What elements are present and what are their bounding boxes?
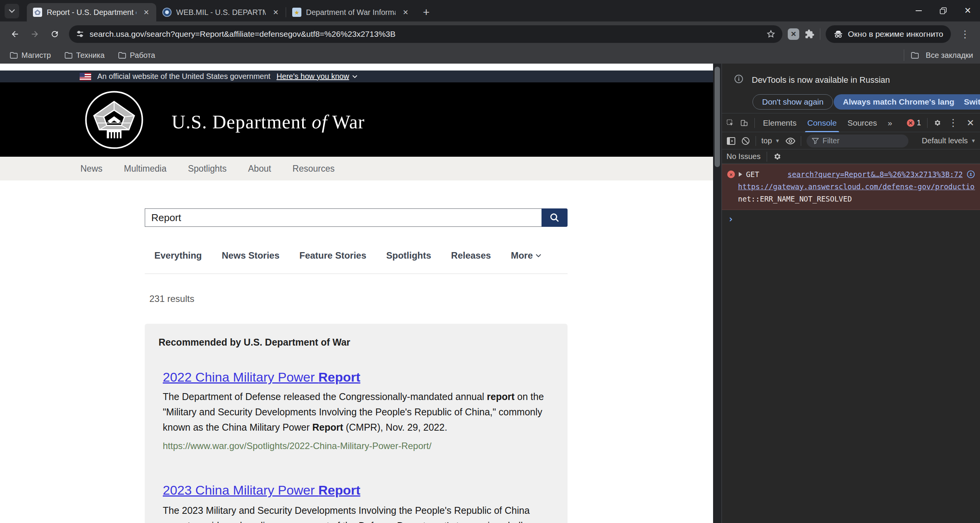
- devtools-tab-elements[interactable]: Elements: [761, 114, 799, 132]
- forward-button[interactable]: [26, 25, 44, 43]
- tab-close-icon[interactable]: ×: [141, 7, 152, 18]
- bookmark-label: Работа: [130, 51, 155, 60]
- chevron-down-icon: [352, 75, 357, 78]
- devtools-tab-sources[interactable]: Sources: [845, 114, 879, 132]
- bookmark-folder-tehnika[interactable]: Техника: [65, 51, 105, 60]
- more-tabs-icon[interactable]: »: [885, 114, 895, 132]
- restore-button[interactable]: [931, 0, 955, 21]
- toolbar-separator: [756, 136, 756, 146]
- settings-gear-icon[interactable]: [934, 118, 941, 128]
- bookmark-folder-magistr[interactable]: Магистр: [10, 51, 51, 60]
- devtools-close-icon[interactable]: ✕: [965, 118, 976, 128]
- expand-triangle-icon[interactable]: [739, 172, 742, 177]
- bookmarks-bar: Магистр Техника Работа Все закладки: [0, 47, 980, 64]
- dont-show-again-button[interactable]: Don't show again: [753, 94, 833, 110]
- clear-console-icon[interactable]: [741, 136, 750, 146]
- filter-feature-stories[interactable]: Feature Stories: [299, 250, 366, 261]
- all-bookmarks[interactable]: Все закладки: [904, 49, 973, 61]
- result-url-2022[interactable]: https://www.war.gov/Spotlights/2022-Chin…: [163, 441, 432, 451]
- switch-language-button[interactable]: Switch D: [955, 94, 980, 110]
- bookmark-label: Магистр: [21, 51, 51, 60]
- filter-releases[interactable]: Releases: [451, 250, 491, 261]
- filter-everything[interactable]: Everything: [154, 250, 202, 261]
- console-sidebar-icon[interactable]: [726, 136, 736, 146]
- issues-gear-icon[interactable]: [773, 152, 782, 161]
- site-settings-icon[interactable]: [76, 30, 84, 38]
- devtools-menu-icon[interactable]: ⋮: [947, 117, 959, 129]
- scrollbar-thumb[interactable]: [715, 67, 720, 167]
- log-levels-selector[interactable]: Default levels ▼: [922, 136, 976, 145]
- bookmark-folder-rabota[interactable]: Работа: [118, 51, 155, 60]
- nav-resources[interactable]: Resources: [293, 164, 335, 174]
- tab-search-button[interactable]: [5, 4, 19, 18]
- nav-spotlights[interactable]: Spotlights: [188, 164, 227, 174]
- nav-about[interactable]: About: [248, 164, 271, 174]
- pentagon-logo[interactable]: [83, 89, 145, 151]
- result-title-2022[interactable]: 2022 China Military Power Report: [163, 370, 360, 385]
- devtools-main-toolbar: Elements Console Sources » ✕ 1 ⋮ ✕: [722, 114, 980, 132]
- console-prompt[interactable]: ›: [728, 214, 733, 225]
- tab-webmil[interactable]: WEB.MIL - U.S. DEPARTMENT O ×: [156, 3, 286, 21]
- request-initiator-icon[interactable]: [967, 170, 975, 179]
- tab-close-icon[interactable]: ×: [400, 7, 411, 18]
- console-filter-input[interactable]: [823, 136, 892, 145]
- search-input[interactable]: [145, 208, 542, 227]
- extension-x-icon[interactable]: ✕: [788, 28, 799, 40]
- back-button[interactable]: [6, 25, 24, 43]
- inspect-element-icon[interactable]: [726, 118, 734, 128]
- tab-report[interactable]: Report - U.S. Department of Wa ×: [27, 3, 156, 21]
- caret-down-icon: ▼: [775, 138, 780, 144]
- device-toolbar-icon[interactable]: [740, 118, 748, 128]
- close-window-button[interactable]: ✕: [955, 0, 980, 21]
- browser-menu-icon[interactable]: ⋮: [956, 28, 974, 40]
- filter-spotlights[interactable]: Spotlights: [386, 250, 431, 261]
- tab-close-icon[interactable]: ×: [270, 7, 281, 18]
- reload-button[interactable]: [46, 25, 64, 43]
- pentagon-favicon: [33, 8, 42, 17]
- console-toolbar: top ▼ Default levels ▼: [722, 133, 980, 149]
- result-filter-tabs: Everything News Stories Feature Stories …: [154, 250, 541, 261]
- recommended-card: Recommended by U.S. Department of War 20…: [145, 324, 568, 523]
- filter-news-stories[interactable]: News Stories: [222, 250, 280, 261]
- extensions-puzzle-icon[interactable]: [805, 29, 815, 39]
- context-selector[interactable]: top ▼: [761, 136, 780, 145]
- console-filter[interactable]: [807, 134, 908, 148]
- url-text: search.usa.gov/search?query=Report&affil…: [90, 30, 761, 39]
- search-button[interactable]: [542, 208, 568, 227]
- request-url-link[interactable]: https://gateway.answerscloud.com/defense…: [738, 182, 975, 191]
- banner-link[interactable]: Here's how you know: [276, 72, 357, 81]
- nav-news[interactable]: News: [80, 164, 103, 174]
- request-link[interactable]: search?query=Report&…8=%26%23x2713%3B:72: [787, 168, 963, 180]
- request-method: GET: [746, 168, 759, 180]
- filter-more[interactable]: More: [511, 250, 541, 261]
- devtools-panel: DevTools is now available in Russian Don…: [722, 64, 980, 523]
- infobar-message: DevTools is now available in Russian: [752, 75, 890, 85]
- toolbar-separator: [927, 118, 928, 128]
- result-title-2023[interactable]: 2023 China Military Power Report: [163, 483, 360, 498]
- site-header: U.S. Department of War: [0, 82, 713, 157]
- toolbar-right: ✕ Окно в режиме инкогнито ⋮: [788, 25, 974, 43]
- nav-multimedia[interactable]: Multimedia: [124, 164, 167, 174]
- issues-label[interactable]: No Issues: [726, 152, 761, 161]
- error-count-badge[interactable]: ✕ 1: [907, 118, 921, 127]
- tab-title: WEB.MIL - U.S. DEPARTMENT O: [176, 8, 266, 17]
- chevron-down-icon: [9, 9, 15, 13]
- bookmark-star-icon[interactable]: [766, 30, 775, 39]
- tab-title: Report - U.S. Department of Wa: [47, 8, 136, 17]
- devtools-infobar: DevTools is now available in Russian Don…: [722, 64, 980, 113]
- devtools-tab-console[interactable]: Console: [805, 114, 839, 132]
- caret-down-icon: ▼: [971, 138, 976, 144]
- incognito-label: Окно в режиме инкогнито: [848, 30, 943, 39]
- site-title: U.S. Department of War: [172, 111, 365, 133]
- folder-icon: [118, 52, 126, 59]
- minimize-button[interactable]: [906, 0, 931, 21]
- title-bar: Report - U.S. Department of Wa × WEB.MIL…: [0, 0, 980, 21]
- all-bookmarks-label: Все закладки: [926, 51, 973, 60]
- incognito-badge: Окно в режиме инкогнито: [826, 25, 951, 43]
- filter-more-label: More: [511, 250, 533, 261]
- tab-dow-info[interactable]: ★ Department of War Information ×: [286, 3, 416, 21]
- filter-funnel-icon: [812, 138, 819, 144]
- address-bar[interactable]: search.usa.gov/search?query=Report&affil…: [69, 25, 782, 43]
- new-tab-button[interactable]: +: [418, 4, 435, 21]
- eye-icon[interactable]: [785, 136, 795, 146]
